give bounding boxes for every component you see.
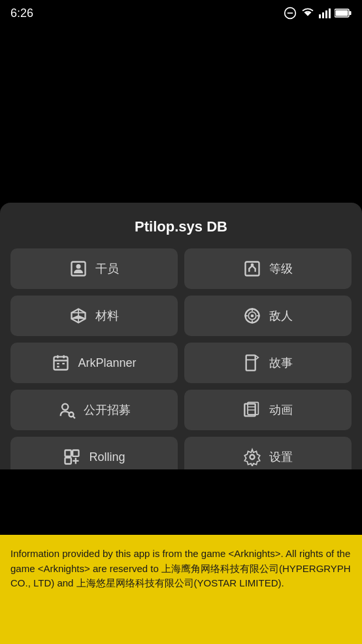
svg-rect-38	[65, 458, 71, 464]
level-icon	[243, 260, 261, 278]
levels-label: 等级	[269, 261, 293, 277]
recruitment-button[interactable]: 公开招募	[10, 390, 178, 430]
person-card-icon	[69, 260, 88, 278]
footer-text: Information provided by this app is from…	[10, 547, 352, 591]
footer-notice: Information provided by this app is from…	[0, 535, 362, 644]
story-button[interactable]: 故事	[184, 343, 352, 383]
svg-rect-21	[54, 357, 68, 370]
bottom-area	[0, 469, 362, 535]
svg-rect-9	[336, 10, 348, 16]
svg-point-11	[76, 264, 81, 269]
target-icon	[243, 307, 261, 325]
arkplanner-label: ArkPlanner	[78, 356, 136, 370]
svg-rect-27	[63, 363, 65, 364]
animation-label: 动画	[269, 402, 293, 418]
svg-rect-28	[246, 355, 255, 370]
top-area	[0, 0, 362, 203]
wifi-icon	[301, 8, 315, 18]
svg-point-16	[251, 314, 254, 318]
svg-rect-8	[350, 11, 352, 15]
story-label: 故事	[269, 355, 293, 371]
menu-grid: 干员 等级 材料	[10, 248, 352, 477]
animation-button[interactable]: 动画	[184, 390, 352, 430]
svg-line-32	[73, 416, 75, 418]
dnd-icon	[284, 7, 297, 20]
rolling-label: Rolling	[89, 450, 125, 464]
enemies-label: 敌人	[269, 308, 293, 324]
book-icon	[243, 354, 261, 372]
rolling-icon	[63, 448, 81, 466]
recruitment-label: 公开招募	[84, 402, 131, 418]
svg-rect-25	[58, 363, 60, 364]
svg-rect-39	[73, 450, 79, 456]
status-icons	[284, 7, 352, 20]
svg-rect-4	[322, 12, 324, 18]
svg-rect-26	[58, 366, 60, 367]
battery-icon	[335, 8, 352, 18]
enemies-button[interactable]: 敌人	[184, 296, 352, 336]
cube-icon	[69, 307, 88, 325]
settings-label: 设置	[269, 449, 293, 465]
svg-rect-5	[325, 10, 327, 18]
materials-label: 材料	[95, 308, 119, 324]
main-card: Ptilop.sys DB 干员 等级	[0, 203, 362, 493]
app-title: Ptilop.sys DB	[10, 218, 352, 235]
status-bar: 6:26	[0, 0, 362, 26]
svg-rect-6	[329, 8, 331, 18]
materials-button[interactable]: 材料	[10, 296, 178, 336]
gear-icon	[243, 448, 261, 466]
arkplanner-button[interactable]: ArkPlanner	[10, 343, 178, 383]
svg-rect-37	[65, 450, 71, 456]
signal-icon	[319, 8, 331, 18]
search-person-icon	[58, 401, 76, 419]
calendar-icon	[52, 354, 70, 372]
animation-icon	[243, 401, 261, 419]
levels-button[interactable]: 等级	[184, 248, 352, 289]
status-time: 6:26	[10, 7, 33, 20]
svg-point-13	[251, 263, 254, 267]
svg-point-30	[62, 404, 68, 410]
operators-button[interactable]: 干员	[10, 248, 178, 289]
operators-label: 干员	[95, 261, 119, 277]
svg-rect-3	[319, 14, 321, 18]
svg-point-42	[250, 455, 255, 460]
svg-marker-2	[304, 12, 312, 16]
